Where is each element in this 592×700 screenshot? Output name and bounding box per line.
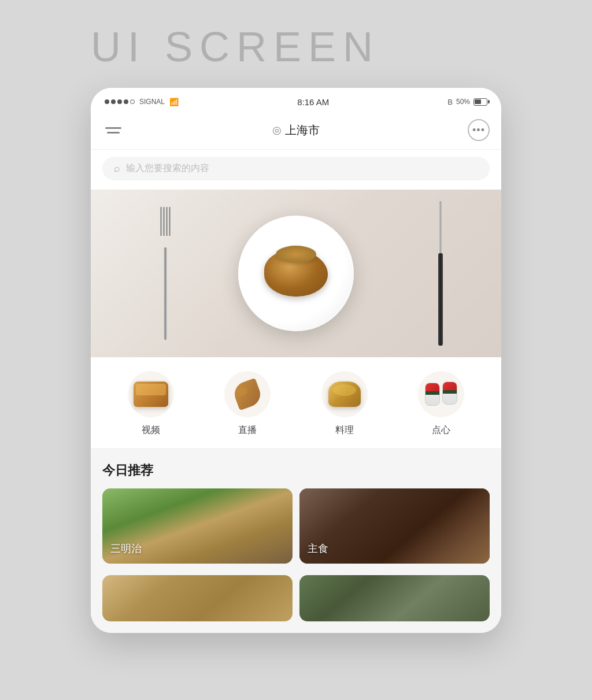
fork-head bbox=[160, 207, 171, 253]
categories-grid: 视频 直播 料理 bbox=[102, 371, 490, 436]
plate-background bbox=[91, 190, 501, 357]
food-croissant-visual bbox=[328, 382, 361, 407]
status-left: SIGNAL 📶 bbox=[105, 98, 179, 106]
category-icon-videos bbox=[128, 371, 174, 417]
category-label-snack: 点心 bbox=[432, 424, 450, 436]
status-right: B 50% bbox=[447, 98, 487, 106]
food-sushi-visual bbox=[425, 382, 457, 407]
signal-dot-5 bbox=[130, 99, 135, 104]
fork-handle bbox=[164, 247, 167, 340]
sushi-seaweed-1 bbox=[426, 391, 439, 395]
phone-frame: SIGNAL 📶 8:16 AM B 50% ◎ 上海市 bbox=[91, 88, 501, 633]
battery-icon bbox=[473, 98, 487, 106]
food-on-plate bbox=[264, 250, 328, 297]
menu-line-top bbox=[105, 127, 121, 129]
category-label-cuisine: 料理 bbox=[335, 424, 354, 436]
menu-line-bottom bbox=[107, 132, 120, 134]
hero-image bbox=[91, 190, 501, 357]
category-item-snack[interactable]: 点心 bbox=[418, 371, 464, 436]
menu-button[interactable] bbox=[102, 119, 124, 141]
greens-card-bg bbox=[299, 575, 490, 621]
category-icon-cuisine bbox=[321, 371, 368, 417]
status-time: 8:16 AM bbox=[297, 97, 329, 107]
signal-dot-2 bbox=[111, 99, 116, 104]
fork-tine-1 bbox=[160, 207, 162, 236]
search-placeholder-text: 输入您要搜索的内容 bbox=[126, 162, 209, 175]
location-pin-icon: ◎ bbox=[272, 124, 282, 136]
location-text: 上海市 bbox=[285, 123, 320, 138]
nav-bar: ◎ 上海市 ••• bbox=[91, 113, 501, 150]
search-icon: ⌕ bbox=[114, 162, 120, 175]
fork-icon bbox=[160, 207, 171, 340]
food-card-maindish[interactable]: 主食 bbox=[299, 488, 490, 564]
food-cards-grid: 三明治 主食 bbox=[102, 488, 490, 564]
food-card-sandwich[interactable]: 三明治 bbox=[102, 488, 293, 564]
signal-dot-4 bbox=[124, 99, 128, 104]
category-icon-live bbox=[224, 371, 271, 417]
signal-dots bbox=[105, 99, 135, 104]
fork-tine-2 bbox=[163, 207, 165, 236]
maindish-card-label: 主食 bbox=[308, 542, 328, 555]
search-box[interactable]: ⌕ 输入您要搜索的内容 bbox=[102, 157, 490, 180]
sushi-top-1 bbox=[426, 383, 439, 391]
signal-label: SIGNAL bbox=[139, 98, 165, 106]
more-button[interactable]: ••• bbox=[468, 119, 490, 141]
section-title: 今日推荐 bbox=[102, 462, 490, 479]
sushi-piece-2 bbox=[442, 382, 457, 405]
plate bbox=[238, 216, 354, 331]
bread-card-bg bbox=[102, 575, 293, 621]
battery-fill bbox=[475, 99, 480, 104]
battery-percent: 50% bbox=[456, 98, 470, 106]
knife-icon bbox=[438, 201, 443, 346]
category-icon-snack bbox=[418, 371, 464, 417]
more-dots-icon: ••• bbox=[472, 124, 485, 136]
page-background: UI SCREEN SIGNAL 📶 8:16 AM B 50% bbox=[91, 0, 501, 633]
sushi-seaweed-2 bbox=[443, 390, 457, 394]
signal-dot-3 bbox=[117, 99, 122, 104]
page-title-label: UI SCREEN bbox=[91, 23, 501, 71]
fork-tine-4 bbox=[169, 207, 171, 236]
fork-tine-3 bbox=[166, 207, 168, 236]
search-area: ⌕ 输入您要搜索的内容 bbox=[91, 150, 501, 190]
recommendations-section: 今日推荐 三明治 主食 bbox=[91, 448, 501, 575]
food-wrap-visual bbox=[232, 379, 264, 410]
bluetooth-icon: B bbox=[447, 98, 453, 106]
category-item-live[interactable]: 直播 bbox=[224, 371, 271, 436]
signal-dot-1 bbox=[105, 99, 109, 104]
knife-handle bbox=[438, 253, 443, 346]
food-roll-visual bbox=[134, 382, 168, 407]
sandwich-card-label: 三明治 bbox=[110, 542, 142, 555]
sushi-top-2 bbox=[443, 382, 457, 390]
food-card-greens[interactable] bbox=[299, 575, 490, 621]
status-bar: SIGNAL 📶 8:16 AM B 50% bbox=[91, 88, 501, 113]
category-item-cuisine[interactable]: 料理 bbox=[321, 371, 368, 436]
category-label-videos: 视频 bbox=[142, 424, 160, 436]
bottom-cards bbox=[91, 575, 501, 633]
sushi-piece-1 bbox=[425, 383, 440, 406]
wifi-icon: 📶 bbox=[169, 98, 179, 106]
food-wrap-body bbox=[231, 377, 264, 410]
food-card-bread[interactable] bbox=[102, 575, 293, 621]
category-label-live: 直播 bbox=[238, 424, 257, 436]
category-item-videos[interactable]: 视频 bbox=[128, 371, 174, 436]
categories-section: 视频 直播 料理 bbox=[91, 357, 501, 448]
location-display[interactable]: ◎ 上海市 bbox=[272, 123, 320, 138]
knife-blade bbox=[439, 201, 442, 256]
